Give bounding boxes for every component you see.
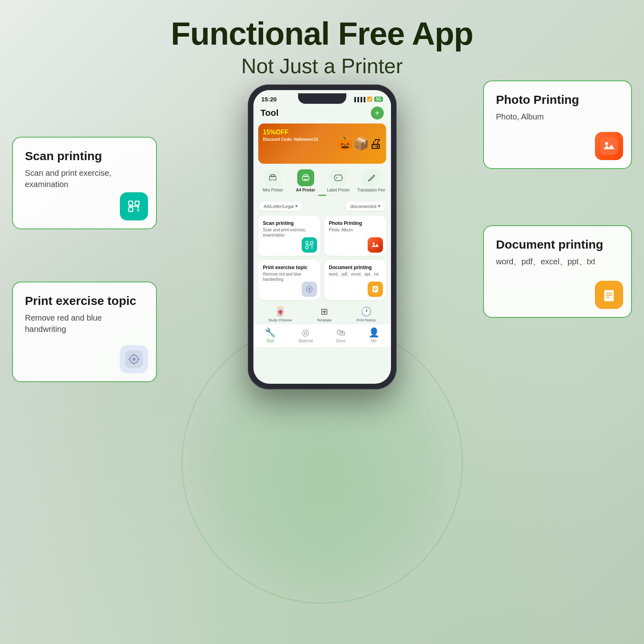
doc-card-title: Document printing	[496, 237, 619, 252]
tool-nav-label: Tool	[266, 339, 274, 343]
grid-doc-icon	[368, 282, 383, 297]
phone-notch	[298, 93, 346, 104]
svg-point-37	[372, 243, 374, 245]
scan-card-title: Scan printing	[25, 149, 144, 163]
svg-point-16	[605, 142, 608, 145]
svg-rect-24	[271, 179, 275, 181]
grid-scan-printing[interactable]: Scan printing Scan and print exercise, e…	[258, 216, 320, 256]
study-chinese-icon: 🀄	[275, 307, 286, 317]
doc-card-icon	[595, 281, 623, 309]
wifi-icon: 📶	[367, 97, 372, 102]
app-banner[interactable]: 15%OFF Discount Code: Halloween15 🎃📦🖨	[258, 123, 386, 164]
scan-printing-card: Scan printing Scan and print exercise, e…	[12, 137, 157, 229]
grid-photo-printing[interactable]: Photo Printing Photo, Album	[324, 216, 386, 256]
svg-point-10	[132, 358, 136, 361]
mini-printer-label: Mini Printer	[263, 188, 283, 192]
tab-mini-printer[interactable]: Mini Printer	[259, 169, 287, 192]
paper-size-chevron: ▾	[295, 204, 298, 209]
printer-tabs: Mini Printer A4 Printer	[253, 164, 391, 195]
a4-printer-icon	[297, 169, 314, 186]
title-section: Functional Free App Not Just a Printer	[0, 16, 644, 78]
grid-photo-title: Photo Printing	[329, 220, 381, 226]
print-exercise-card: Print exercise topic Remove red and blue…	[12, 282, 157, 382]
grid-document-printing[interactable]: Document printing word、pdf、excel、ppt、txt	[324, 260, 386, 300]
translation-pen-icon	[363, 169, 380, 186]
tab-translation-pen[interactable]: Translation Pen	[357, 169, 385, 192]
svg-rect-15	[600, 137, 618, 155]
study-chinese-button[interactable]: 🀄 Study Chinese	[268, 307, 292, 322]
svg-point-39	[308, 288, 311, 290]
photo-printing-card: Photo Printing Photo, Album	[483, 80, 632, 169]
phone-screen: 15:20 ▐▐▐▐ 📶 5G Tool + 15%OFF Discount C…	[253, 90, 391, 384]
app-title-label: Tool	[261, 108, 279, 118]
study-chinese-label: Study Chinese	[268, 318, 292, 322]
nav-me[interactable]: 👤 Me	[368, 327, 379, 343]
app-header: Tool +	[253, 105, 391, 123]
battery-icon: 5G	[374, 97, 383, 102]
grid-photo-desc: Photo, Album	[329, 227, 381, 232]
svg-rect-23	[271, 175, 275, 177]
banner-decoration: 🎃📦🖨	[309, 123, 386, 164]
grid-exercise-icon	[302, 282, 317, 297]
grid-print-exercise[interactable]: Print exercise topic Remove red and blue…	[258, 260, 320, 300]
label-printer-icon	[330, 169, 347, 186]
nav-tool[interactable]: 🔧 Tool	[265, 327, 276, 343]
connection-chevron: ▾	[378, 204, 381, 209]
paper-size-selector[interactable]: A4/Letter/Legal ▾	[259, 202, 303, 211]
svg-rect-26	[304, 175, 308, 177]
grid-scan-icon	[302, 237, 317, 253]
tab-indicator	[310, 195, 334, 196]
material-nav-label: Material	[298, 339, 313, 343]
a4-printer-label: A4 Printer	[296, 188, 315, 192]
translation-pen-label: Translation Pen	[357, 188, 385, 192]
photo-card-desc: Photo, Album	[496, 111, 619, 122]
signal-icon: ▐▐▐▐	[353, 97, 365, 102]
tab-a4-printer[interactable]: A4 Printer	[292, 169, 320, 192]
grid-photo-icon	[368, 237, 383, 253]
material-nav-icon: ◎	[302, 327, 309, 338]
nav-store[interactable]: 🛍 Store	[336, 327, 346, 343]
sub-title: Not Just a Printer	[0, 54, 644, 78]
status-icons: ▐▐▐▐ 📶 5G	[353, 97, 383, 102]
svg-rect-27	[304, 179, 308, 181]
print-history-icon: 🕐	[361, 307, 372, 317]
svg-point-28	[336, 177, 337, 179]
me-nav-icon: 👤	[368, 327, 379, 338]
print-card-desc: Remove red and blue handwriting	[25, 312, 144, 335]
scan-card-desc: Scan and print exercise, examination	[25, 167, 144, 190]
me-nav-label: Me	[371, 339, 377, 343]
quick-menu: 🀄 Study Chinese ⊞ Template 🕐 Print histo…	[253, 302, 391, 324]
main-title: Functional Free App	[0, 16, 644, 51]
print-history-button[interactable]: 🕐 Print history	[357, 307, 376, 322]
svg-rect-31	[311, 241, 313, 244]
connection-bar: A4/Letter/Legal ▾ disconnected ▾	[253, 199, 391, 213]
photo-card-icon	[595, 132, 623, 160]
template-button[interactable]: ⊞ Template	[317, 307, 332, 322]
print-card-icon	[120, 345, 148, 373]
nav-material[interactable]: ◎ Material	[298, 327, 313, 343]
scan-card-icon	[120, 192, 148, 220]
phone-body: 15:20 ▐▐▐▐ 📶 5G Tool + 15%OFF Discount C…	[248, 84, 397, 389]
grid-exercise-desc: Remove red and blue handwriting	[263, 272, 315, 282]
doc-card-desc: word、pdf、excel、ppt、txt	[496, 256, 619, 267]
grid-doc-desc: word、pdf、excel、ppt、txt	[329, 272, 381, 277]
feature-grid: Scan printing Scan and print exercise, e…	[253, 213, 391, 302]
paper-size-label: A4/Letter/Legal	[264, 204, 294, 209]
label-printer-label: Label Printer	[327, 188, 350, 192]
bottom-nav: 🔧 Tool ◎ Material 🛍 Store 👤 Me	[253, 324, 391, 347]
tool-nav-icon: 🔧	[265, 327, 276, 338]
template-icon: ⊞	[321, 307, 328, 317]
tab-label-printer[interactable]: Label Printer	[324, 169, 352, 192]
svg-rect-32	[306, 246, 308, 249]
banner-emoji: 🎃📦🖨	[337, 136, 382, 151]
store-nav-label: Store	[336, 339, 346, 343]
add-button[interactable]: +	[371, 107, 384, 119]
phone-mockup: 15:20 ▐▐▐▐ 📶 5G Tool + 15%OFF Discount C…	[248, 84, 397, 389]
connection-status[interactable]: disconnected ▾	[346, 202, 385, 211]
photo-card-title: Photo Printing	[496, 93, 619, 107]
svg-rect-30	[306, 241, 308, 244]
mini-printer-icon	[264, 169, 281, 186]
store-nav-icon: 🛍	[336, 327, 345, 338]
grid-doc-title: Document printing	[329, 265, 381, 270]
grid-scan-desc: Scan and print exercise, examination	[263, 227, 315, 238]
